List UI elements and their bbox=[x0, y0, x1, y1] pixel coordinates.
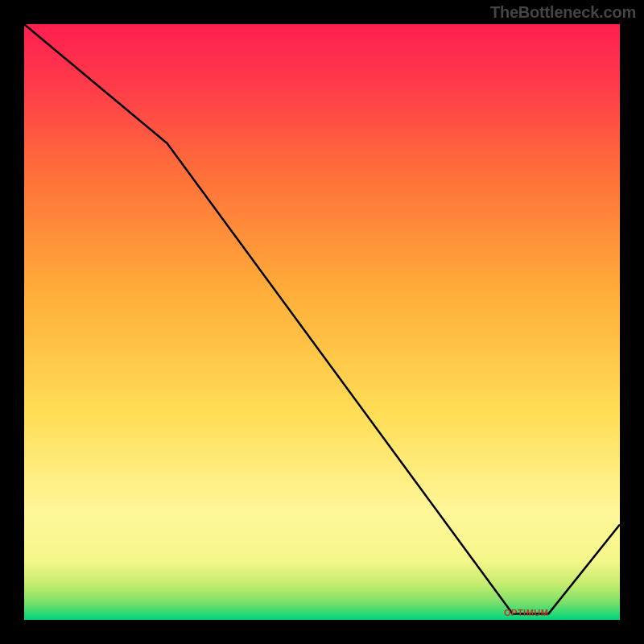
optimum-label: OPTIMUM bbox=[504, 608, 548, 617]
attribution-text: TheBottleneck.com bbox=[490, 3, 636, 22]
bottleneck-curve bbox=[24, 24, 620, 620]
chart-frame: TheBottleneck.com OPTIMUM bbox=[0, 0, 644, 644]
plot-area: OPTIMUM bbox=[24, 24, 620, 620]
